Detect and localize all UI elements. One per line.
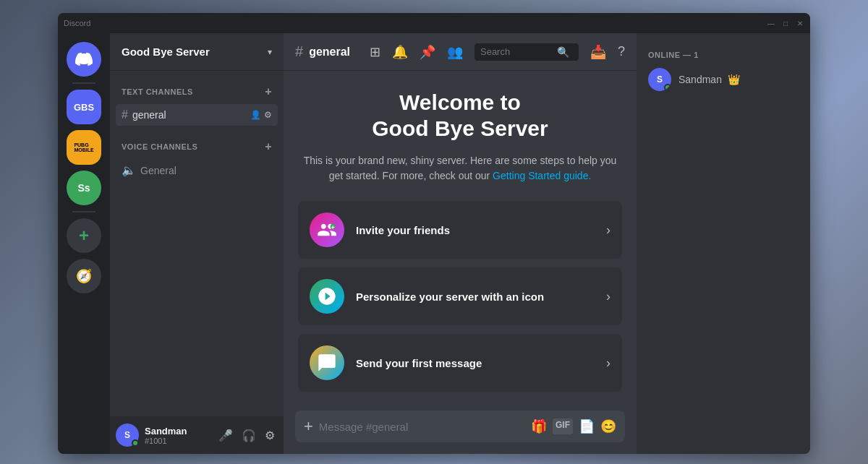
gif-btn[interactable]: GIF (553, 418, 573, 434)
welcome-title: Welcome to Good Bye Server (298, 90, 622, 142)
app-window: Discord — □ ✕ GBS PUBGMOBILE Ss (58, 13, 810, 454)
personalize-card[interactable]: Personalize your server with an icon › (298, 267, 622, 325)
app-title: Discord (64, 19, 767, 27)
channel-header-icon: # (295, 43, 303, 60)
chat-area: Welcome to Good Bye Server This is your … (284, 71, 637, 411)
channel-actions: 👤 ⚙ (250, 110, 272, 120)
sticker-btn[interactable]: 📄 (579, 418, 595, 434)
channel-sidebar: Good Bye Server ▾ Text Channels + # gene… (110, 33, 284, 454)
server-icon-ss[interactable]: Ss (67, 171, 101, 205)
text-channels-header: Text Channels + (116, 82, 278, 101)
user-controls: 🎤 🎧 ⚙ (216, 426, 278, 445)
members-list-btn[interactable]: 👥 (447, 44, 463, 60)
user-panel: S Sandman #1001 🎤 🎧 ⚙ (110, 416, 284, 454)
server-separator (72, 82, 95, 84)
pinned-btn[interactable]: 📌 (420, 44, 435, 60)
personalize-icon (310, 279, 344, 314)
send-message-card[interactable]: Send your first message › (298, 334, 622, 392)
server-list: GBS PUBGMOBILE Ss + 🧭 (58, 33, 110, 454)
add-attachment-btn[interactable]: + (304, 417, 313, 436)
personalize-chevron-icon: › (606, 289, 610, 304)
title-bar: Discord — □ ✕ (58, 13, 810, 33)
maximize-btn[interactable]: □ (781, 19, 790, 27)
message-input[interactable] (319, 421, 525, 433)
settings-icon[interactable]: ⚙ (264, 110, 272, 120)
voice-channels-header: Voice Channels + (116, 137, 278, 156)
channel-list: Text Channels + # general 👤 ⚙ Voice Chan… (110, 71, 284, 416)
microphone-btn[interactable]: 🎤 (216, 426, 236, 445)
username: Sandman (145, 426, 210, 437)
getting-started-link[interactable]: Getting Started guide. (493, 170, 591, 181)
add-server-btn[interactable]: + (67, 218, 101, 253)
invite-chevron-icon: › (606, 223, 610, 238)
server-icon-gbs[interactable]: GBS (67, 90, 101, 124)
message-input-area: + 🎁 GIF 📄 😊 (284, 411, 637, 454)
server-icon-pubg[interactable]: PUBGMOBILE (67, 130, 101, 165)
channel-header-name: general (309, 46, 350, 59)
invite-icon (310, 212, 344, 247)
text-channel-icon: # (122, 108, 128, 121)
channel-name-general-voice: General (140, 165, 176, 176)
add-text-channel-btn[interactable]: + (265, 85, 272, 98)
server-name: Good Bye Server (122, 46, 210, 58)
help-btn[interactable]: ? (618, 44, 625, 59)
status-dot-online (132, 439, 139, 447)
server-header[interactable]: Good Bye Server ▾ (110, 33, 284, 71)
search-box[interactable]: 🔍 (475, 43, 579, 61)
notification-btn[interactable]: 🔔 (392, 44, 408, 60)
voice-channel-icon: 🔈 (122, 163, 136, 177)
channel-header: # general ⊞ 🔔 📌 👥 🔍 📥 ? (284, 33, 637, 71)
server-separator-2 (72, 211, 95, 212)
close-btn[interactable]: ✕ (796, 19, 804, 27)
welcome-description: This is your brand new, shiny server. He… (298, 153, 622, 184)
channel-item-general[interactable]: # general 👤 ⚙ (116, 104, 278, 126)
send-message-label: Send your first message (356, 357, 595, 369)
threads-btn[interactable]: ⊞ (370, 44, 380, 60)
member-name-sandman: Sandman 👑 (678, 74, 740, 85)
app-body: GBS PUBGMOBILE Ss + 🧭 Good Bye Server ▾ … (58, 33, 810, 454)
explore-public-servers-btn[interactable]: 🧭 (67, 259, 101, 293)
crown-icon: 👑 (728, 74, 740, 85)
personalize-label: Personalize your server with an icon (356, 291, 595, 303)
add-member-icon[interactable]: 👤 (250, 110, 261, 120)
emoji-btn[interactable]: 😊 (600, 418, 616, 434)
invite-friends-card[interactable]: Invite your friends › (298, 201, 622, 259)
input-actions: 🎁 GIF 📄 😊 (531, 418, 616, 434)
member-item-sandman[interactable]: S Sandman 👑 (642, 62, 804, 97)
member-avatar-sandman: S (648, 68, 671, 91)
channel-item-general-voice[interactable]: 🔈 General (116, 159, 278, 181)
member-status-online (664, 84, 671, 91)
chevron-down-icon: ▾ (268, 47, 272, 57)
server-icon-discord[interactable] (67, 42, 101, 77)
search-icon: 🔍 (557, 46, 569, 58)
window-controls: — □ ✕ (767, 19, 804, 27)
user-settings-btn[interactable]: ⚙ (262, 426, 278, 445)
welcome-section: Welcome to Good Bye Server This is your … (298, 90, 622, 392)
add-voice-channel-btn[interactable]: + (265, 140, 272, 153)
headset-btn[interactable]: 🎧 (239, 426, 259, 445)
minimize-btn[interactable]: — (767, 19, 775, 27)
user-avatar: S (116, 424, 139, 447)
header-actions: ⊞ 🔔 📌 👥 🔍 📥 ? (370, 43, 625, 61)
members-sidebar: ONLINE — 1 S Sandman 👑 (637, 33, 810, 454)
channel-name-general: general (132, 109, 166, 121)
send-message-chevron-icon: › (606, 356, 610, 371)
invite-friends-label: Invite your friends (356, 224, 595, 236)
search-input[interactable] (480, 46, 553, 57)
main-content: # general ⊞ 🔔 📌 👥 🔍 📥 ? (284, 33, 637, 454)
user-info: Sandman #1001 (145, 426, 210, 445)
message-input-box: + 🎁 GIF 📄 😊 (295, 411, 625, 442)
action-cards: Invite your friends › Personalize your s… (298, 201, 622, 392)
inbox-btn[interactable]: 📥 (590, 44, 606, 60)
gift-btn[interactable]: 🎁 (531, 418, 547, 434)
online-members-header: ONLINE — 1 (642, 45, 804, 62)
user-tag: #1001 (145, 437, 210, 445)
send-message-icon (310, 345, 344, 380)
